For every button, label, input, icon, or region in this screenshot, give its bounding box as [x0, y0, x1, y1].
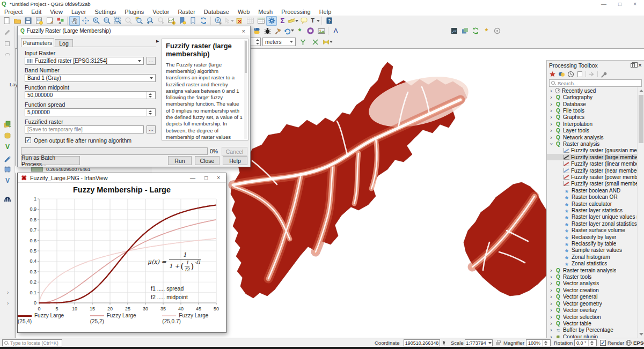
- menu-item[interactable]: Layer: [67, 9, 91, 15]
- toolbox-item[interactable]: ›Vector geometry: [547, 300, 637, 307]
- style-manager-icon[interactable]: a: [55, 16, 65, 26]
- zoom-in-icon[interactable]: [91, 16, 101, 26]
- expander-icon[interactable]: ›: [549, 274, 553, 280]
- toolbox-item[interactable]: Fuzzify raster (near membership): [547, 167, 637, 174]
- toolbox-item[interactable]: Raster boolean AND: [547, 187, 637, 194]
- debug-plugin-icon[interactable]: [262, 26, 273, 35]
- open-project-icon[interactable]: [12, 16, 23, 26]
- mouse-tracking-icon[interactable]: [443, 340, 446, 346]
- expander-icon[interactable]: ›: [549, 268, 553, 273]
- toolbox-item[interactable]: Reclassify by layer: [547, 234, 637, 240]
- close-dialog-button[interactable]: Close: [195, 156, 219, 165]
- measure-icon[interactable]: [288, 16, 298, 26]
- layout-manager-icon[interactable]: [44, 16, 55, 26]
- spread-spinner[interactable]: 5,000000: [25, 108, 156, 116]
- zoom-out-icon[interactable]: [101, 16, 112, 26]
- help-contents-icon[interactable]: ?: [324, 16, 334, 26]
- close-button[interactable]: ×: [633, 1, 636, 7]
- snapping-options-icon[interactable]: [322, 37, 333, 47]
- digitize-pencil-icon[interactable]: [2, 27, 13, 37]
- scale-lock-icon[interactable]: [496, 340, 500, 345]
- tab-parameters[interactable]: Parameters: [21, 38, 54, 47]
- titlebar[interactable]: Q *Untitled Project - QGIS 0fd99f32ab — …: [0, 0, 644, 8]
- expander-icon[interactable]: ›: [548, 142, 554, 146]
- quickmapservices-icon[interactable]: *: [294, 26, 305, 35]
- layer-combine-icon[interactable]: [459, 26, 470, 35]
- rotation-spin-icons[interactable]: [588, 340, 595, 346]
- tolerance-spinner[interactable]: [249, 38, 261, 46]
- plugin-reloader-icon[interactable]: [283, 26, 294, 35]
- reload-plugin-icon[interactable]: [470, 26, 481, 35]
- processing-toolbox-toggle-icon[interactable]: [266, 16, 277, 26]
- menu-item[interactable]: Plugins: [120, 9, 148, 15]
- edit-in-place-icon[interactable]: [588, 71, 595, 78]
- show-bookmarks-icon[interactable]: [187, 16, 198, 26]
- viewer-minimize-button[interactable]: —: [190, 175, 195, 181]
- options-wrench-icon[interactable]: [600, 71, 607, 78]
- dialog-close-icon[interactable]: ×: [240, 28, 247, 34]
- expander-icon[interactable]: ›: [549, 135, 553, 140]
- plugin-builder-icon[interactable]: [273, 26, 283, 35]
- fuzzify-dialog[interactable]: Q Fuzzify Raster (Large Membership) × Pa…: [17, 26, 251, 167]
- menu-item[interactable]: Edit: [27, 9, 46, 15]
- new-virtual-layer-icon[interactable]: V: [2, 142, 13, 152]
- target-plugin-icon[interactable]: [492, 26, 502, 35]
- batch-process-button[interactable]: Run as Batch Process...: [21, 156, 80, 165]
- magnifier-spinner[interactable]: 100%: [526, 339, 551, 346]
- zoom-last-icon[interactable]: [144, 16, 155, 26]
- new-shapefile-layer-icon[interactable]: [2, 153, 13, 163]
- results-viewer-icon[interactable]: [576, 71, 583, 78]
- rotation-spinner[interactable]: 0,0 °: [574, 339, 597, 346]
- toolbox-item[interactable]: ›Database: [547, 101, 637, 107]
- toolbox-item[interactable]: Raster layer statistics: [547, 207, 637, 213]
- toolbox-item[interactable]: Raster calculator: [547, 201, 637, 207]
- statistics-icon[interactable]: Σ: [277, 16, 288, 26]
- histogram-panel-icon[interactable]: [2, 194, 13, 204]
- new-spatialite-layer-icon[interactable]: [2, 131, 13, 140]
- image-export-icon[interactable]: [316, 26, 326, 35]
- toolbox-scrollbar[interactable]: [637, 87, 644, 338]
- input-raster-browse-button[interactable]: …: [147, 57, 156, 65]
- irfanview-window[interactable]: Fuzzify_Large.PNG - IrfanView — □ × Fuzz…: [17, 173, 226, 333]
- toolbox-item[interactable]: ›Contour plugin: [547, 333, 637, 338]
- save-project-icon[interactable]: [23, 16, 33, 26]
- toolbox-item[interactable]: ›Interpolation: [547, 121, 637, 127]
- open-output-checkbox[interactable]: ✓: [25, 137, 31, 143]
- expander-icon[interactable]: ›: [549, 114, 553, 120]
- expander-icon[interactable]: ›: [549, 121, 553, 127]
- layers-expander-icon[interactable]: ›: [7, 300, 9, 306]
- zoom-to-selection-icon[interactable]: [123, 16, 134, 26]
- new-geopackage-layer-icon[interactable]: [2, 120, 13, 129]
- restore-button[interactable]: □: [618, 1, 621, 7]
- expander-icon[interactable]: ›: [549, 307, 553, 313]
- pan-to-selection-icon[interactable]: [80, 16, 91, 26]
- scroll-down-icon[interactable]: [639, 333, 643, 336]
- dialog-titlebar[interactable]: Q Fuzzify Raster (Large Membership) ×: [18, 26, 250, 35]
- new-map-view-icon[interactable]: [166, 16, 177, 26]
- zoom-to-layer-icon[interactable]: [134, 16, 144, 26]
- shape-digitize-icon[interactable]: [2, 39, 13, 48]
- toolbox-item[interactable]: ›Layer tools: [547, 127, 637, 133]
- select-features-icon[interactable]: [223, 16, 234, 26]
- new-print-layout-icon[interactable]: [33, 16, 44, 26]
- profile-tool-icon[interactable]: [449, 26, 459, 35]
- expander-icon[interactable]: ›: [549, 314, 553, 320]
- expander-icon[interactable]: ›: [549, 294, 553, 300]
- lambda-plugin-icon[interactable]: Λ: [330, 26, 341, 35]
- units-select[interactable]: meters: [262, 38, 296, 46]
- toolbox-item[interactable]: ›File tools: [547, 107, 637, 114]
- text-annotation-icon[interactable]: T: [309, 16, 320, 26]
- layers-expander-icon[interactable]: ›: [7, 289, 9, 295]
- toolbox-item[interactable]: Fuzzify raster (small membership): [547, 181, 637, 187]
- topological-editing-icon[interactable]: [297, 37, 308, 47]
- toolbox-item[interactable]: ›Raster terrain analysis: [547, 267, 637, 273]
- menu-item[interactable]: Settings: [90, 9, 120, 15]
- viewer-maximize-button[interactable]: □: [204, 175, 208, 181]
- input-raster-select[interactable]: Fuzzified raster [EPSG:31254]: [25, 57, 144, 65]
- toolbox-item[interactable]: ›Network analysis: [547, 134, 637, 140]
- map-tips-icon[interactable]: [298, 16, 309, 26]
- toolbox-item[interactable]: Reclassify by table: [547, 240, 637, 247]
- toolbox-item[interactable]: ›Cartography: [547, 94, 637, 100]
- toolbox-item[interactable]: ›Graphics: [547, 114, 637, 121]
- locator-search[interactable]: Type to locate (Ctrl+K): [2, 339, 62, 346]
